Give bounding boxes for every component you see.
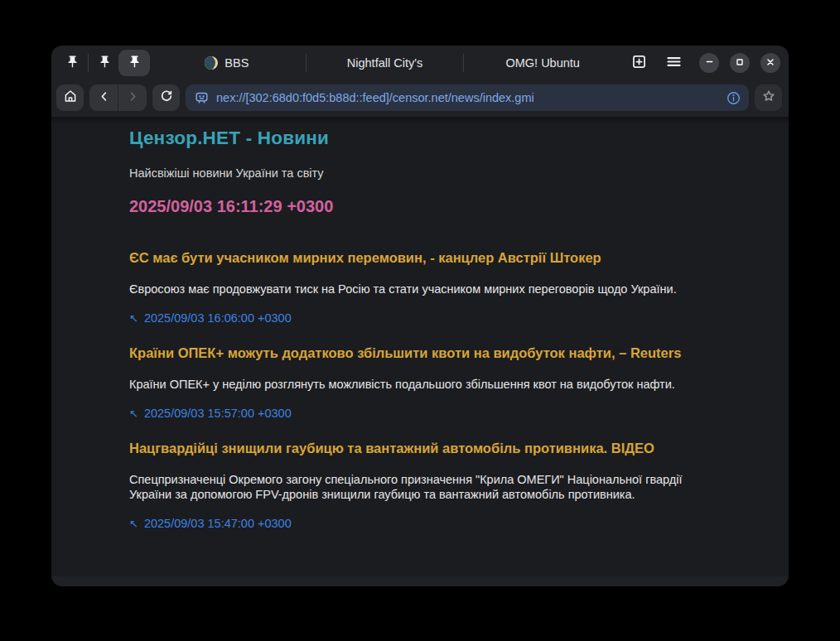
article-item: Нацгвардійці знищили гаубицю та вантажни…	[129, 441, 716, 531]
link-arrow-icon: ↖	[129, 313, 138, 324]
article-summary: Євросоюз має продовжувати тиск на Росію …	[129, 282, 686, 296]
reload-icon	[159, 89, 174, 107]
tab-label: BBS	[224, 56, 249, 70]
url-text[interactable]: nex://[302:68d0:f0d5:b88d::feed]/censor.…	[216, 91, 719, 104]
tab-omg-ubuntu[interactable]: OMG! Ubuntu	[466, 46, 620, 80]
timestamp-text: 2025/09/03 15:47:00 +0300	[144, 517, 292, 530]
minimize-icon	[704, 55, 715, 70]
hamburger-icon	[665, 53, 683, 74]
page-title: Цензор.НЕТ - Новини	[129, 128, 716, 149]
link-arrow-icon: ↖	[129, 518, 138, 529]
pinned-tab-2[interactable]	[90, 50, 118, 76]
feed-date-heading: 2025/09/03 16:11:29 +0300	[129, 197, 716, 216]
pinned-tab-1[interactable]	[58, 50, 86, 76]
pushpin-icon	[65, 55, 80, 72]
close-icon	[765, 55, 775, 70]
article-heading: ЄС має бути учасником мирних перемовин, …	[129, 250, 716, 266]
plus-square-icon	[630, 53, 648, 74]
maximize-icon	[735, 55, 745, 70]
article-list: ЄС має бути учасником мирних перемовин, …	[129, 250, 716, 531]
home-icon	[63, 89, 78, 107]
moon-favicon-icon	[205, 56, 218, 70]
close-button[interactable]	[760, 53, 780, 73]
new-tab-button[interactable]	[628, 52, 649, 74]
history-nav-group	[89, 84, 147, 111]
article-timestamp-link[interactable]: ↖ 2025/09/03 15:47:00 +0300	[129, 517, 292, 530]
article-heading: Нацгвардійці знищили гаубицю та вантажни…	[129, 441, 716, 456]
url-bar[interactable]: nex://[302:68d0:f0d5:b88d::feed]/censor.…	[186, 84, 749, 111]
article-summary: Країни ОПЕК+ у неділю розглянуть можливі…	[129, 377, 686, 392]
tabbar-divider	[463, 54, 464, 72]
browser-window: BBS Nightfall City's OMG! Ubuntu	[51, 46, 789, 586]
timestamp-text: 2025/09/03 16:06:00 +0300	[144, 311, 292, 325]
article-item: ЄС має бути учасником мирних перемовин, …	[129, 250, 716, 325]
article-timestamp-link[interactable]: ↖ 2025/09/03 16:06:00 +0300	[129, 311, 292, 325]
link-arrow-icon: ↖	[129, 408, 138, 419]
home-button[interactable]	[56, 84, 84, 111]
tabbar-divider	[88, 54, 89, 72]
pushpin-icon	[98, 55, 112, 72]
star-icon	[761, 89, 776, 107]
pinned-tab-3-active[interactable]	[118, 50, 150, 76]
article-heading: Країни ОПЕК+ можуть додатково збільшити …	[129, 345, 716, 361]
page-subtitle: Найсвіжіші новини України та світу	[129, 166, 716, 180]
chevron-left-icon	[97, 89, 111, 107]
page-content: Цензор.НЕТ - Новини Найсвіжіші новини Ук…	[51, 117, 789, 576]
forward-button-disabled[interactable]	[118, 84, 147, 111]
bookmark-button[interactable]	[755, 84, 782, 111]
tabbar-divider	[306, 54, 307, 72]
minimize-button[interactable]	[699, 53, 719, 73]
back-button[interactable]	[89, 84, 118, 111]
tab-nightfall-citys[interactable]: Nightfall City's	[308, 46, 462, 80]
maximize-button[interactable]	[730, 53, 750, 73]
tab-bar: BBS Nightfall City's OMG! Ubuntu	[51, 46, 789, 80]
terminal-monitor-icon	[194, 90, 210, 106]
pushpin-icon	[128, 55, 142, 72]
article-timestamp-link[interactable]: ↖ 2025/09/03 15:57:00 +0300	[129, 407, 292, 420]
timestamp-text: 2025/09/03 15:57:00 +0300	[144, 407, 292, 420]
navigation-bar: nex://[302:68d0:f0d5:b88d::feed]/censor.…	[51, 80, 789, 117]
info-icon[interactable]	[726, 90, 741, 106]
tab-bbs[interactable]: BBS	[150, 46, 304, 80]
tab-label: OMG! Ubuntu	[505, 56, 579, 70]
chevron-right-icon	[126, 89, 140, 107]
reload-button[interactable]	[152, 84, 180, 111]
tab-label: Nightfall City's	[347, 56, 422, 70]
window-controls	[699, 53, 780, 73]
article-item: Країни ОПЕК+ можуть додатково збільшити …	[129, 345, 716, 421]
menu-button[interactable]	[663, 52, 684, 74]
article-summary: Спецпризначенці Окремого загону спеціаль…	[129, 472, 686, 503]
